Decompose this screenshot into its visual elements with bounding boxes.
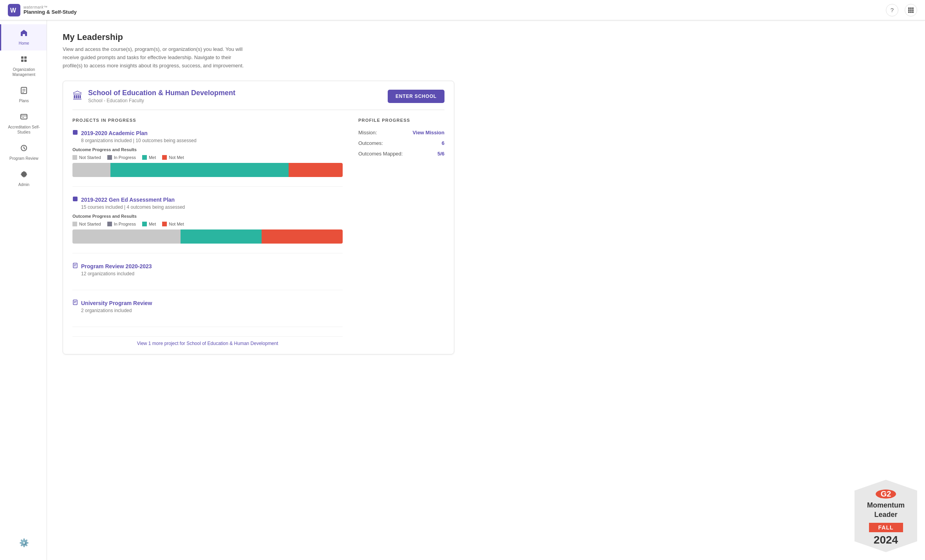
sidebar-item-plans[interactable]: Plans <box>0 82 47 108</box>
g2-leader: Leader <box>874 511 897 519</box>
plans-icon <box>20 87 28 96</box>
product-name: Planning & Self-Study <box>23 9 77 15</box>
sidebar-label-program-review: Program Review <box>9 156 38 161</box>
settings-icon: ⚙️ <box>19 538 29 547</box>
bar-met-2 <box>181 229 262 244</box>
legend-not-started-1 <box>72 155 77 160</box>
sidebar-label-org: Organization Management <box>5 67 43 77</box>
svg-rect-6 <box>910 9 912 11</box>
profile-value-outcomes-mapped[interactable]: 5/6 <box>437 151 444 157</box>
sidebar-item-accreditation[interactable]: Accreditation Self-Studies <box>0 108 47 139</box>
profile-row-outcomes-mapped: Outcomes Mapped: 5/6 <box>358 151 444 157</box>
legend-met-2 <box>142 222 147 226</box>
sidebar-label-admin: Admin <box>18 182 29 187</box>
project-2-icon <box>72 196 78 203</box>
svg-rect-14 <box>24 60 27 62</box>
legend-label-not-met-1: Not Met <box>169 155 184 160</box>
legend-label-not-met-2: Not Met <box>169 222 184 226</box>
org-icon <box>20 55 28 65</box>
project-item-1: 2019-2020 Academic Plan 8 organizations … <box>72 130 343 187</box>
sidebar-item-settings[interactable]: ⚙️ <box>0 533 47 552</box>
sidebar-item-home[interactable]: Home <box>0 24 47 51</box>
view-more-link[interactable]: View 1 more project for School of Educat… <box>72 336 343 346</box>
svg-rect-9 <box>910 11 912 13</box>
project-1-title[interactable]: 2019-2020 Academic Plan <box>81 130 148 136</box>
project-2-meta: 15 courses included | 4 outcomes being a… <box>81 204 343 210</box>
grid-menu-button[interactable] <box>905 4 917 16</box>
legend-label-in-progress-1: In Progress <box>114 155 136 160</box>
legend-label-met-2: Met <box>149 222 156 226</box>
svg-rect-13 <box>21 60 23 62</box>
school-icon: 🏛 <box>72 90 83 102</box>
top-nav-icons: ? <box>886 4 917 16</box>
project-4-title[interactable]: University Program Review <box>81 300 152 306</box>
bar-not-met-1 <box>289 163 343 177</box>
project-1-legend: Not Started In Progress Met <box>72 155 343 160</box>
sidebar-item-program-review[interactable]: Program Review <box>0 139 47 166</box>
enter-school-button[interactable]: ENTER SCHOOL <box>388 90 444 103</box>
svg-rect-31 <box>73 300 77 305</box>
svg-rect-27 <box>73 197 78 201</box>
project-item-3: Program Review 2020-2023 12 organization… <box>72 263 343 290</box>
legend-not-started-2 <box>72 222 77 226</box>
project-4-icon <box>72 300 78 306</box>
profile-label-outcomes: Outcomes: <box>358 140 383 146</box>
sidebar-bottom: ⚙️ <box>0 526 47 560</box>
main-layout: Home Organization Management <box>0 20 925 560</box>
top-nav: W watermark™ Planning & Self-Study ? <box>0 0 925 20</box>
school-card-header: 🏛 School of Education & Human Developmen… <box>72 89 444 110</box>
accreditation-icon <box>20 113 28 123</box>
legend-not-met-1 <box>162 155 167 160</box>
svg-rect-2 <box>908 7 910 9</box>
svg-rect-28 <box>73 263 77 268</box>
legend-in-progress-1 <box>107 155 112 160</box>
profile-value-outcomes[interactable]: 6 <box>442 140 444 146</box>
svg-rect-19 <box>21 114 27 119</box>
bar-not-started-1 <box>72 163 110 177</box>
projects-section-title: PROJECTS IN PROGRESS <box>72 118 343 123</box>
svg-line-24 <box>24 148 25 149</box>
project-item-4: University Program Review 2 organization… <box>72 300 343 327</box>
sidebar-item-admin[interactable]: Admin <box>0 166 47 192</box>
project-1-progress-bar <box>72 163 343 177</box>
profile-progress-section: PROFILE PROGRESS Mission: View Mission O… <box>358 118 444 346</box>
bar-not-met-2 <box>262 229 343 244</box>
help-button[interactable]: ? <box>886 4 898 16</box>
page-title: My Leadership <box>63 32 909 42</box>
legend-label-in-progress-2: In Progress <box>114 222 136 226</box>
svg-rect-11 <box>21 56 23 59</box>
project-1-icon <box>72 130 78 136</box>
project-3-icon <box>72 263 78 269</box>
sidebar: Home Organization Management <box>0 20 47 560</box>
projects-section: PROJECTS IN PROGRESS 2019-2020 Academic … <box>72 118 343 346</box>
profile-row-outcomes: Outcomes: 6 <box>358 140 444 146</box>
logo: W watermark™ Planning & Self-Study <box>8 4 77 16</box>
sidebar-item-org-management[interactable]: Organization Management <box>0 51 47 82</box>
svg-text:W: W <box>10 7 16 14</box>
main-content: My Leadership View and access the course… <box>47 20 925 560</box>
legend-met-1 <box>142 155 147 160</box>
svg-rect-10 <box>912 11 914 13</box>
svg-rect-4 <box>912 7 914 9</box>
bar-not-started-2 <box>72 229 181 244</box>
legend-in-progress-2 <box>107 222 112 226</box>
g2-circle: G2 <box>876 490 896 499</box>
g2-year: 2024 <box>874 534 898 546</box>
profile-section-title: PROFILE PROGRESS <box>358 118 444 123</box>
legend-label-not-started-1: Not Started <box>79 155 101 160</box>
program-review-icon <box>20 144 28 154</box>
svg-rect-5 <box>908 9 910 11</box>
project-2-title[interactable]: 2019-2022 Gen Ed Assessment Plan <box>81 197 175 203</box>
school-info: 🏛 School of Education & Human Developmen… <box>72 89 235 103</box>
profile-value-mission[interactable]: View Mission <box>413 130 444 135</box>
sidebar-label-accreditation: Accreditation Self-Studies <box>5 125 43 135</box>
project-1-outcome-label: Outcome Progress and Results <box>72 147 343 152</box>
profile-row-mission: Mission: View Mission <box>358 130 444 135</box>
g2-fall-bar: FALL <box>869 523 903 532</box>
project-3-title[interactable]: Program Review 2020-2023 <box>81 263 152 269</box>
profile-label-mission: Mission: <box>358 130 377 135</box>
legend-not-met-2 <box>162 222 167 226</box>
profile-label-outcomes-mapped: Outcomes Mapped: <box>358 151 403 157</box>
school-name: School of Education & Human Development <box>88 89 235 97</box>
svg-rect-12 <box>24 56 27 59</box>
